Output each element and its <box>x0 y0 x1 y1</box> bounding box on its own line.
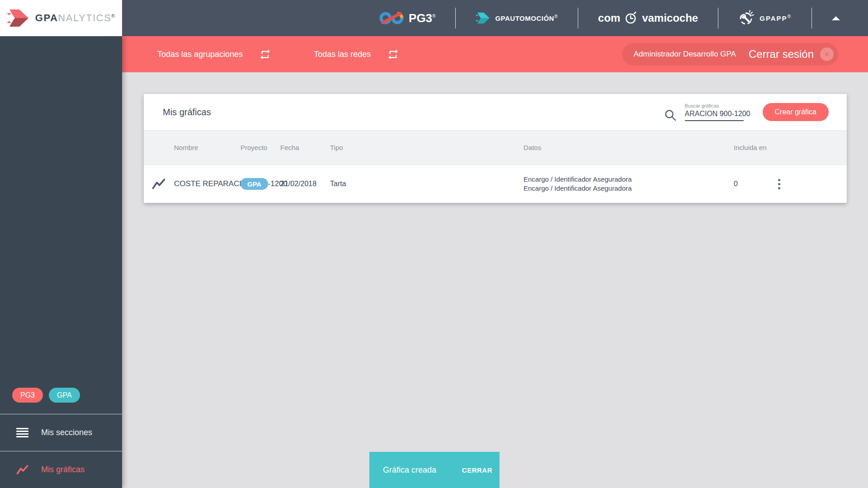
session-pill: Administrador Desarrollo GPA Cerrar sesi… <box>622 43 838 66</box>
included-in-count: 0 <box>734 180 774 188</box>
badge-gpa[interactable]: GPA <box>49 388 80 403</box>
logout-close-icon[interactable]: × <box>820 47 834 61</box>
toast-close-button[interactable]: CERRAR <box>462 466 492 474</box>
filter-bar: Todas las agrupaciones Todas las redes A… <box>122 36 868 72</box>
sidebar-item-label: Mis secciones <box>41 428 92 437</box>
gpanalytics-arrow-icon <box>7 9 29 28</box>
sidebar-item-label: Mis gráficas <box>41 465 85 474</box>
search-input-value: ARACION 900-1200 <box>685 110 750 118</box>
swap-icon <box>387 48 399 61</box>
partner-logos: PG3® GPAUTOMOCIÓN® com vamicoche <box>379 8 840 28</box>
filter-agrupaciones-label: Todas las agrupaciones <box>157 50 243 59</box>
search-icon[interactable] <box>664 109 677 122</box>
gpapp-wrench-icon <box>738 10 755 26</box>
search-area: Buscar gráficas ARACION 900-1200 Crear g… <box>664 103 829 122</box>
filter-agrupaciones[interactable]: Todas las agrupaciones <box>157 48 271 61</box>
filter-redes-label: Todas las redes <box>314 50 371 59</box>
chart-data-fields: Encargo / Identificador Aseguradora Enca… <box>524 175 734 193</box>
gpautomocion-arrow-icon <box>476 12 490 24</box>
create-chart-button[interactable]: Crear gráfica <box>763 103 829 121</box>
sidebar: PG3 GPA Mis secciones Mis gráficas <box>0 36 122 488</box>
toast-notification: Gráfica creada CERRAR <box>369 452 500 488</box>
column-header-proyecto: Proyecto <box>241 144 280 151</box>
row-menu-kebab-icon[interactable] <box>774 175 784 193</box>
column-header-nombre: Nombre <box>174 144 241 151</box>
column-header-incluida-en: Incluida en <box>734 144 774 151</box>
comprovamicoche-label-left: com <box>598 12 620 24</box>
logout-button[interactable]: Cerrar sesión × <box>749 47 834 61</box>
clock-icon <box>625 12 637 24</box>
logout-label: Cerrar sesión <box>749 48 814 61</box>
chart-date: 21/02/2018 <box>280 180 330 188</box>
chart-type: Tarta <box>330 180 524 188</box>
search-input-label: Buscar gráficas <box>685 103 744 108</box>
search-input[interactable]: Buscar gráficas ARACION 900-1200 <box>685 103 744 121</box>
sidebar-item-mis-secciones[interactable]: Mis secciones <box>0 414 122 451</box>
gpanalytics-wordmark: GPANALYTICS® <box>35 12 115 24</box>
divider <box>811 8 812 28</box>
gpautomocion-label: GPAUTOMOCIÓN® <box>495 14 557 22</box>
gpautomocion-logo[interactable]: GPAUTOMOCIÓN® <box>476 12 557 24</box>
divider <box>718 8 718 28</box>
sidebar-item-mis-graficas[interactable]: Mis gráficas <box>0 451 122 488</box>
pg3-label: PG3® <box>409 11 435 25</box>
page-title: Mis gráficas <box>163 107 211 117</box>
filter-redes[interactable]: Todas las redes <box>314 48 399 61</box>
charts-card: Mis gráficas Buscar gráficas ARACION 900… <box>144 94 847 203</box>
table-header: Nombre Proyecto Fecha Tipo Datos Incluid… <box>144 130 847 165</box>
line-chart-icon <box>152 178 165 190</box>
pg3-logo[interactable]: PG3® <box>379 11 435 25</box>
swap-icon <box>259 48 271 61</box>
collapse-header-arrow-icon[interactable] <box>832 16 840 20</box>
project-badge: GPA <box>241 178 268 190</box>
divider <box>578 8 578 28</box>
column-header-fecha: Fecha <box>280 144 330 151</box>
logged-user-label: Administrador Desarrollo GPA <box>634 50 736 59</box>
comprovamicoche-logo[interactable]: com vamicoche <box>598 12 698 24</box>
divider <box>455 8 456 28</box>
main-content: Mis gráficas Buscar gráficas ARACION 900… <box>122 72 868 488</box>
sections-list-icon <box>16 428 28 437</box>
comprovamicoche-label-right: vamicoche <box>642 12 698 24</box>
card-header: Mis gráficas Buscar gráficas ARACION 900… <box>144 94 847 130</box>
column-header-datos: Datos <box>524 144 734 151</box>
sidebar-badges: PG3 GPA <box>0 388 122 414</box>
pg3-infinity-icon <box>379 11 404 25</box>
badge-pg3[interactable]: PG3 <box>12 388 43 403</box>
gpapp-logo[interactable]: GPAPP® <box>738 10 792 26</box>
gpanalytics-logo[interactable]: GPANALYTICS® <box>0 0 122 36</box>
column-header-tipo: Tipo <box>330 144 524 151</box>
line-chart-icon <box>16 465 28 475</box>
top-header-bar: GPANALYTICS® PG3® GPAUTOMOCIÓN® <box>0 0 868 36</box>
table-row[interactable]: COSTE REPARACION 900-1200 GPA 21/02/2018… <box>144 165 847 203</box>
gpapp-label: GPAPP® <box>760 14 792 22</box>
toast-message: Gráfica creada <box>383 465 436 475</box>
